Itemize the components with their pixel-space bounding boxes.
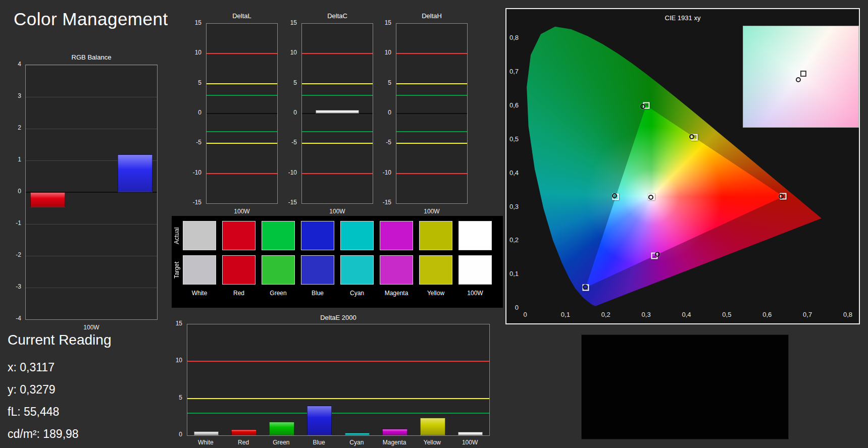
delta-h-plot <box>396 23 468 204</box>
measurement-marker-blue <box>583 285 588 290</box>
reading-fl: fL: 55,448 <box>8 401 79 423</box>
y-tick-label: 0,3 <box>509 203 519 210</box>
delta-e-plot <box>187 324 490 436</box>
reference-line <box>207 113 277 114</box>
inset-target-marker <box>800 71 806 77</box>
measurement-marker-green <box>640 104 645 109</box>
reference-line <box>207 95 277 96</box>
y-tick-label: 0 <box>388 109 391 116</box>
y-tick-label: 15 <box>290 19 297 26</box>
x-axis-label: 100W <box>206 208 278 215</box>
reference-line <box>187 413 489 414</box>
reference-line <box>302 95 373 96</box>
y-axis-labels: 151050-5-10-15 <box>282 23 299 204</box>
y-tick-label: 0,7 <box>509 68 519 75</box>
x-tick-label: 0,7 <box>803 311 812 318</box>
y-tick-label: 0 <box>515 304 519 311</box>
y-tick-label: 10 <box>385 49 391 56</box>
measurement-marker-white <box>648 195 653 200</box>
gridline <box>26 129 157 129</box>
swatch-actual-red <box>222 221 256 250</box>
reference-line <box>302 131 373 132</box>
y-tick-label: 10 <box>176 357 182 364</box>
swatch-actual-cyan <box>340 221 374 250</box>
rgb-balance-plot <box>25 65 158 320</box>
swatch-actual-100w <box>458 221 492 250</box>
reference-line <box>207 83 277 84</box>
gridline <box>26 256 157 256</box>
swatch-column-label: White <box>183 290 216 297</box>
y-tick-label: 1 <box>18 156 21 163</box>
measurement-marker-cyan <box>612 193 617 198</box>
y-tick-label: 5 <box>293 79 297 86</box>
x-category-label: Magenta <box>383 439 406 446</box>
y-tick-label: -10 <box>193 169 201 176</box>
swatch-column-labels: WhiteRedGreenBlueCyanMagentaYellow100W <box>183 290 492 297</box>
swatch-target-yellow <box>419 255 452 285</box>
x-tick-label: 0,2 <box>601 311 610 318</box>
reference-line <box>302 83 373 84</box>
delta-c-plot <box>301 23 373 204</box>
y-tick-label: 4 <box>18 61 21 68</box>
cie-x-axis-labels: 00,10,20,30,40,50,60,70,8 <box>525 311 856 319</box>
x-tick-label: 0 <box>523 311 527 318</box>
y-tick-label: 0,2 <box>509 236 519 244</box>
gridline <box>26 97 157 97</box>
cie-1931-chromaticity-panel: CIE 1931 xy 00,10,20,30,40,50,60,70,8 00… <box>505 8 860 324</box>
y-tick-label: 5 <box>198 79 201 86</box>
reference-line <box>396 95 467 96</box>
bar-red <box>231 429 256 435</box>
reference-line <box>302 143 373 144</box>
swatch-comparison-panel: Actual Target WhiteRedGreenBlueCyanMagen… <box>172 216 503 308</box>
y-tick-label: 10 <box>195 49 201 56</box>
chart-title: CIE 1931 xy <box>506 14 859 22</box>
x-tick-label: 0,6 <box>762 311 772 318</box>
y-tick-label: -15 <box>288 199 297 206</box>
reading-y: y: 0,3279 <box>8 378 79 401</box>
delta-l-chart: DeltaL 151050-5-10-15 100W <box>187 12 280 218</box>
delta-l-plot <box>206 23 278 204</box>
x-category-label: White <box>198 439 214 446</box>
target-swatch-row <box>183 255 492 285</box>
y-tick-label: -1 <box>16 219 21 227</box>
bar-100w <box>316 110 360 114</box>
swatch-actual-magenta <box>380 221 413 250</box>
chart-title: DeltaE 2000 <box>187 314 490 321</box>
reference-line <box>187 398 489 399</box>
gridline <box>26 224 157 225</box>
chart-title: DeltaC <box>301 12 373 20</box>
y-tick-label: 5 <box>179 394 182 401</box>
reference-line <box>207 53 277 54</box>
reference-line <box>207 143 277 144</box>
x-category-label: Blue <box>313 439 325 446</box>
bar-red <box>30 192 65 207</box>
swatch-actual-yellow <box>419 221 452 250</box>
reference-line <box>207 173 277 174</box>
y-tick-label: -15 <box>383 199 391 206</box>
y-tick-label: 0 <box>198 109 201 116</box>
actual-swatch-row <box>183 221 492 250</box>
y-axis-labels: 151050-5-10-15 <box>187 23 204 204</box>
y-tick-label: -5 <box>196 139 201 146</box>
gridline <box>26 65 157 66</box>
delta-c-chart: DeltaC 151050-5-10-15 100W <box>282 12 376 218</box>
swatch-column-label: Green <box>262 290 295 297</box>
bar-magenta <box>382 429 407 435</box>
y-tick-label: 0,4 <box>509 169 519 177</box>
x-category-label: Green <box>273 439 289 446</box>
y-tick-label: 15 <box>195 19 201 26</box>
reading-cdm2: cd/m²: 189,98 <box>8 423 79 445</box>
measurement-marker-red <box>779 194 784 199</box>
white-point-zoom-inset <box>743 26 859 128</box>
reference-line <box>302 53 373 54</box>
y-tick-label: -5 <box>291 139 297 146</box>
bar-yellow <box>420 418 445 435</box>
x-tick-label: 0,5 <box>722 311 731 318</box>
chart-title: DeltaH <box>396 12 468 20</box>
x-tick-label: 0,1 <box>561 311 570 318</box>
y-tick-label: 0 <box>293 109 297 116</box>
row-label-target: Target <box>173 255 181 285</box>
swatch-target-red <box>222 255 256 285</box>
x-tick-label: 0,8 <box>843 311 852 318</box>
y-axis-labels: 151050 <box>167 324 185 436</box>
